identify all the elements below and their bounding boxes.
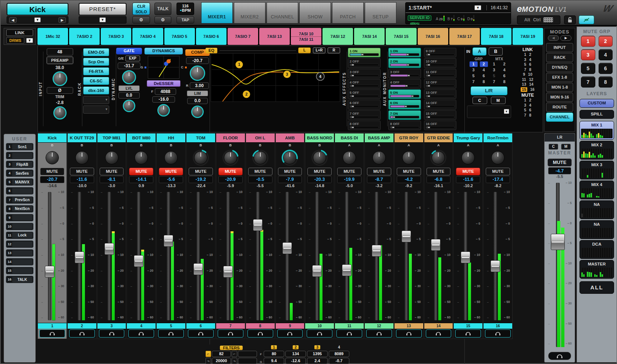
modes-prev-arrow[interactable]: ◀	[548, 35, 559, 41]
layer-button-mix-1[interactable]: MIX 1	[579, 121, 614, 140]
user-button-13[interactable]: 13	[6, 249, 33, 257]
aux-mon-5[interactable]: 5 ON	[388, 89, 421, 99]
aux-fx-7[interactable]: 7 OFF	[348, 110, 381, 120]
input-tab-7asi-17[interactable]: 7ASI 17	[449, 28, 480, 45]
mode-input[interactable]: INPUT	[546, 43, 573, 52]
aux-ext-slider-handle[interactable]	[428, 95, 430, 97]
expander-button[interactable]: EXP	[125, 56, 140, 61]
preset-display[interactable]: PRESET*	[79, 3, 126, 15]
aux-mon-slider[interactable]	[390, 105, 419, 108]
grp-assign-3[interactable]: 3	[470, 67, 478, 73]
eq-band-point-1[interactable]: 1	[235, 61, 243, 69]
eq-left-button[interactable]: L	[298, 47, 311, 53]
aux-ext-14[interactable]: 14 OFF	[424, 100, 456, 109]
pan-control[interactable]	[484, 148, 512, 167]
channel-name[interactable]: BOT M80	[127, 133, 156, 143]
channel-name[interactable]: BASS NORD	[305, 133, 334, 143]
pan-knob[interactable]	[224, 151, 237, 164]
user-button-4[interactable]: 4SavSes	[6, 169, 33, 177]
layer-button-master[interactable]: MASTER	[579, 260, 614, 279]
user-button-14[interactable]: 14	[6, 258, 33, 265]
layer-button-mix-4[interactable]: MIX 4	[579, 181, 614, 199]
mute-group-button-1[interactable]: 1	[581, 36, 595, 47]
rack-slot-f6-rta[interactable]: F6-RTA	[83, 67, 109, 75]
fader-cap[interactable]	[104, 243, 114, 255]
tab-setup[interactable]: SETUP	[365, 2, 396, 24]
fader-track[interactable]	[256, 192, 259, 320]
mtx-assign-4[interactable]: 4	[500, 67, 509, 73]
mtx-assign-7[interactable]: 7	[490, 79, 498, 85]
link-num-7[interactable]: 7	[524, 67, 526, 72]
link-num-3[interactable]: 3	[524, 57, 526, 63]
pan-knob[interactable]	[46, 151, 59, 164]
aux-mon-slider-handle[interactable]	[406, 54, 409, 56]
lpf-frequency-value[interactable]: 20000	[212, 358, 231, 364]
channel-strip-8[interactable]: OH LBMUTE-0.5-5.5–– 10–– 5–– 0–– 5–– 10–…	[246, 133, 275, 339]
aux-mon-slider-handle[interactable]	[411, 95, 414, 97]
preset-dropdown-icon[interactable]: ▼	[99, 17, 106, 22]
preamp-knob[interactable]	[53, 71, 67, 86]
fader-track[interactable]	[404, 192, 408, 320]
gate-level-value[interactable]: 0.0	[118, 92, 140, 99]
talk-button[interactable]: TALK	[154, 3, 171, 15]
input-tab-7asio-5[interactable]: 7ASIO 5	[164, 28, 195, 45]
channel-fader-value[interactable]: -20.7	[40, 176, 64, 183]
pan-control[interactable]	[335, 148, 364, 167]
channel-fader-value[interactable]: -8.7	[367, 176, 391, 183]
mute-num-7[interactable]: 7	[524, 113, 526, 118]
pan-knob[interactable]	[343, 151, 356, 164]
fader-cap[interactable]	[312, 265, 322, 277]
eq-band-4-gain[interactable]: -0.7	[329, 358, 349, 364]
clear-solo-button[interactable]: CLR SOLO	[132, 3, 150, 15]
layer-button-na[interactable]: NA	[579, 200, 614, 219]
channel-fader-value[interactable]: -17.4	[486, 176, 510, 183]
aux-fx-slider[interactable]	[350, 116, 379, 118]
hpf-icon[interactable]: ⌐	[206, 351, 211, 357]
master-headphones-button[interactable]	[548, 352, 571, 360]
channel-fader-value[interactable]: -19.2	[189, 176, 213, 183]
aux-mon-slider[interactable]	[390, 116, 419, 118]
grp-assign-8[interactable]: 8	[480, 79, 488, 85]
lpf2-frequency-value[interactable]	[238, 358, 257, 364]
aux-mon-slider-handle[interactable]	[405, 85, 408, 87]
next-channel-button[interactable]: ▶	[58, 17, 66, 23]
link-num-15[interactable]: 15	[521, 87, 527, 92]
fader-cap[interactable]	[223, 266, 233, 278]
user-button-7[interactable]: 7PrevScn	[6, 196, 33, 204]
rack-slot-emo-d5[interactable]: EMO-D5	[83, 48, 109, 56]
channel-headphones-button[interactable]	[247, 329, 273, 338]
fader-track[interactable]	[315, 192, 319, 320]
channel-mute-button[interactable]: MUTE	[397, 168, 421, 175]
aux-ext-slider-handle[interactable]	[428, 126, 430, 128]
aux-mon-1[interactable]: 1 ON	[388, 48, 421, 57]
fader-cap[interactable]	[75, 251, 84, 263]
channel-strip-4[interactable]: BOT M80BMUTE-14.10.9–– 10–– 5–– 0–– 5–– …	[126, 133, 156, 339]
input-tab-1mic-32[interactable]: 1Mic 32	[38, 28, 68, 45]
aux-ext-16[interactable]: 16 OFF	[424, 121, 456, 130]
channel-fader-value[interactable]: -6.8	[427, 176, 451, 183]
channel-fader-zone[interactable]: –– 10–– 5–– 0–– 5–– 10–– 20–– 30–– 50–– …	[246, 189, 275, 323]
mode-mon-9-16[interactable]: MON 9-16	[546, 93, 573, 102]
aux-fx-slider-handle[interactable]	[352, 75, 354, 76]
mtx-assign-2[interactable]: 2	[500, 61, 509, 67]
aux-fx-4[interactable]: 4 OFF	[348, 79, 381, 89]
channel-fader-value[interactable]: -4.2	[397, 176, 421, 183]
channel-strip-12[interactable]: BASS AMPAMUTE-8.7-3.2–– 10–– 5–– 0–– 5––…	[364, 133, 394, 339]
aux-mon-slider-handle[interactable]	[393, 116, 395, 118]
channel-strip-6[interactable]: TOMBMUTE-19.2-22.4–– 10–– 5–– 0–– 5–– 10…	[186, 133, 215, 339]
mute-group-button-3[interactable]: 3	[581, 49, 595, 60]
channel-strip-5[interactable]: HHBMUTE-5.6-13.3–– 10–– 5–– 0–– 5–– 10––…	[156, 133, 186, 339]
channel-name[interactable]: GTR ROY	[395, 133, 423, 143]
rack-slot-scp om[interactable]: Scp Om	[83, 58, 109, 66]
eq-band-2-gain[interactable]: -12.6	[285, 358, 306, 364]
pan-control[interactable]	[246, 148, 275, 167]
aux-mon-slider[interactable]	[390, 85, 419, 87]
input-tab-7asi-18[interactable]: 7ASI 18	[481, 28, 511, 45]
aux-mon-slider[interactable]	[390, 64, 419, 66]
pan-control[interactable]	[68, 148, 96, 167]
channel-name[interactable]: FLOOR	[216, 133, 245, 143]
fader-cap[interactable]	[342, 264, 352, 276]
channel-fader-value[interactable]: -20.9	[218, 176, 243, 183]
mode-mon-1-8[interactable]: MON 1-8	[546, 83, 573, 92]
channel-fader-zone[interactable]: –– 10–– 5–– 0–– 5–– 10–– 20–– 30–– 50–– …	[157, 189, 185, 323]
